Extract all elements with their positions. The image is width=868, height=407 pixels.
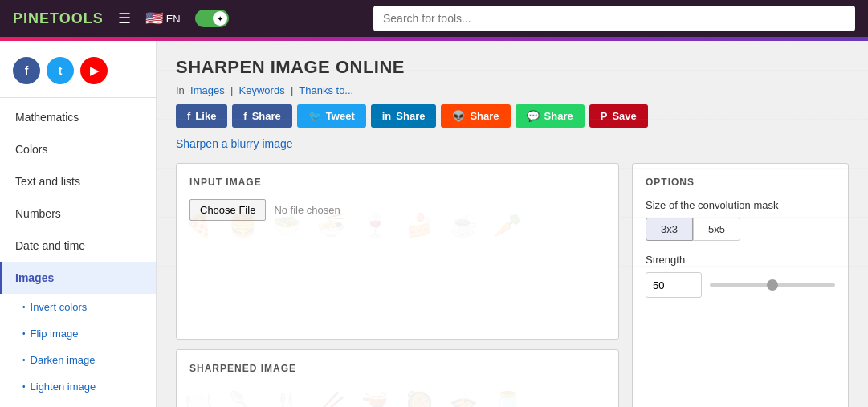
- input-watermark: 🍕🍔🥗🍜🍷🍰☕🥕: [177, 204, 618, 339]
- mask-label: Size of the convolution mask: [646, 199, 835, 211]
- linkedin-icon: in: [382, 110, 392, 122]
- breadcrumb-keywords-link[interactable]: Keywords: [239, 84, 285, 96]
- bullet-icon: •: [22, 303, 26, 311]
- breadcrumb-sep2: |: [291, 84, 293, 96]
- mask-3x3-button[interactable]: 3x3: [646, 218, 693, 241]
- share-fb-button[interactable]: f Share: [232, 104, 291, 128]
- sidebar-sub-item-darken-image[interactable]: • Darken image: [0, 347, 156, 373]
- fb-icon: f: [187, 110, 190, 122]
- logo[interactable]: PINETOOLS: [13, 10, 104, 27]
- sidebar: f t ▶ Mathematics Colors Text and lists …: [0, 41, 157, 407]
- share-linkedin-button[interactable]: in Share: [371, 104, 437, 128]
- bullet-icon: •: [22, 382, 26, 391]
- sidebar-sub-item-flip-image[interactable]: • Flip image: [0, 320, 156, 347]
- youtube-icon[interactable]: ▶: [80, 57, 108, 84]
- logo-pine: PINE: [13, 10, 50, 26]
- language-selector[interactable]: 🇺🇸 EN: [145, 10, 181, 27]
- tagline: Sharpen a blurry image: [176, 137, 849, 150]
- save-pi-label: Save: [612, 110, 636, 122]
- sharpened-panel-title: SHARPENED IMAGE: [189, 363, 605, 374]
- input-image-panel: INPUT IMAGE Choose File No file chosen 🍕…: [176, 163, 619, 340]
- bullet-icon: •: [22, 356, 26, 364]
- lang-label: EN: [166, 13, 181, 25]
- flag-icon: 🇺🇸: [145, 10, 163, 27]
- toggle-knob: ✦: [213, 11, 227, 26]
- logo-tools: TOOLS: [50, 10, 104, 26]
- save-pinterest-button[interactable]: P Save: [589, 104, 648, 128]
- twitter-icon: 🐦: [308, 110, 321, 122]
- layout: f t ▶ Mathematics Colors Text and lists …: [0, 41, 868, 407]
- sidebar-item-images[interactable]: Images: [0, 262, 156, 294]
- choose-file-row: Choose File No file chosen: [189, 199, 605, 221]
- tweet-label: Tweet: [326, 110, 355, 122]
- share-rd-label: Share: [470, 110, 499, 122]
- sidebar-sub-item-invert-colors[interactable]: • Invert colors: [0, 294, 156, 320]
- sidebar-item-mathematics[interactable]: Mathematics: [0, 101, 156, 133]
- sidebar-item-text-and-lists[interactable]: Text and lists: [0, 165, 156, 197]
- bullet-icon: •: [22, 329, 26, 338]
- sidebar-item-colors[interactable]: Colors: [0, 133, 156, 165]
- page-title: SHARPEN IMAGE ONLINE: [176, 57, 849, 78]
- main-content: SHARPEN IMAGE ONLINE In Images | Keyword…: [157, 41, 868, 407]
- share-fb-label: Share: [252, 110, 281, 122]
- social-icons: f t ▶: [0, 51, 156, 97]
- no-file-text: No file chosen: [274, 204, 340, 216]
- reddit-icon: 👽: [452, 110, 465, 122]
- breadcrumb-in: In: [176, 84, 185, 96]
- whatsapp-icon: 💬: [527, 110, 540, 122]
- like-label: Like: [195, 110, 216, 122]
- sidebar-sub-label-darken: Darken image: [31, 354, 96, 366]
- breadcrumb: In Images | Keywords | Thanks to...: [176, 84, 849, 96]
- sidebar-item-numbers[interactable]: Numbers: [0, 197, 156, 230]
- like-button[interactable]: f Like: [176, 104, 227, 128]
- tweet-button[interactable]: 🐦 Tweet: [297, 104, 366, 128]
- sharpened-watermark: 🍽️🥄🍴🥢🫕🥘🍲🫙: [177, 382, 618, 407]
- share-reddit-button[interactable]: 👽 Share: [441, 104, 510, 128]
- facebook-icon[interactable]: f: [13, 57, 40, 84]
- sidebar-item-date-and-time[interactable]: Date and time: [0, 230, 156, 262]
- mask-buttons: 3x3 5x5: [646, 218, 835, 241]
- share-buttons: f Like f Share 🐦 Tweet in Share 👽 Share …: [176, 104, 849, 128]
- topbar: PINETOOLS ☰ 🇺🇸 EN ✦: [0, 0, 868, 37]
- mask-5x5-button[interactable]: 5x5: [693, 218, 740, 241]
- share-whatsapp-button[interactable]: 💬 Share: [516, 104, 585, 128]
- sidebar-sub-label-flip: Flip image: [31, 328, 79, 340]
- strength-row: [646, 272, 835, 298]
- sidebar-divider: [0, 97, 156, 98]
- options-panel: OPTIONS Size of the convolution mask 3x3…: [632, 163, 849, 407]
- share-wa-label: Share: [544, 110, 573, 122]
- breadcrumb-sep1: |: [230, 84, 233, 96]
- strength-label: Strength: [646, 254, 835, 266]
- sidebar-sub-label-lighten: Lighten image: [31, 381, 96, 393]
- choose-file-button[interactable]: Choose File: [189, 199, 266, 221]
- tool-area: INPUT IMAGE Choose File No file chosen 🍕…: [176, 163, 849, 407]
- pinterest-icon: P: [601, 110, 608, 122]
- search-bar: [373, 6, 855, 31]
- strength-input[interactable]: [646, 272, 702, 298]
- search-input[interactable]: [373, 6, 855, 31]
- options-title: OPTIONS: [646, 177, 835, 188]
- input-panel-title: INPUT IMAGE: [189, 177, 605, 188]
- breadcrumb-thanks-link[interactable]: Thanks to...: [299, 84, 353, 96]
- sidebar-sub-label-invert: Invert colors: [31, 301, 88, 313]
- sharpened-image-panel: SHARPENED IMAGE 🍽️🥄🍴🥢🫕🥘🍲🫙: [176, 349, 619, 407]
- strength-slider[interactable]: [710, 283, 835, 287]
- sidebar-sub-item-lighten-image[interactable]: • Lighten image: [0, 373, 156, 400]
- hamburger-icon[interactable]: ☰: [118, 10, 131, 27]
- twitter-icon[interactable]: t: [47, 57, 74, 84]
- fb2-icon: f: [243, 110, 247, 122]
- toggle-switch[interactable]: ✦: [195, 10, 229, 27]
- share-li-label: Share: [396, 110, 425, 122]
- theme-toggle[interactable]: ✦: [195, 10, 229, 27]
- breadcrumb-images-link[interactable]: Images: [190, 84, 225, 96]
